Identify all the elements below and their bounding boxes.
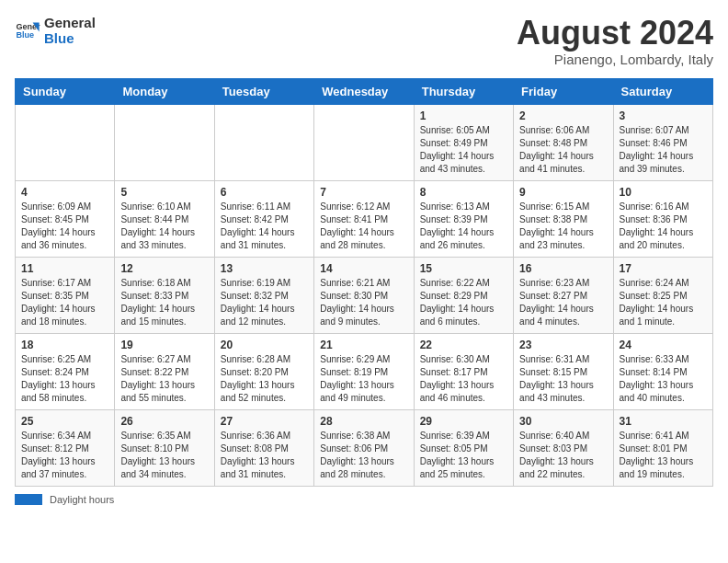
day-info: Sunrise: 6:30 AM Sunset: 8:17 PM Dayligh… [420, 353, 507, 405]
logo-icon: General Blue [15, 17, 40, 43]
logo-text-line1: General [44, 15, 96, 30]
day-number: 18 [21, 339, 108, 351]
day-info: Sunrise: 6:34 AM Sunset: 8:12 PM Dayligh… [21, 430, 108, 481]
day-number: 27 [221, 415, 308, 428]
calendar-cell: 14Sunrise: 6:21 AM Sunset: 8:30 PM Dayli… [314, 257, 414, 333]
calendar-cell: 22Sunrise: 6:30 AM Sunset: 8:17 PM Dayli… [414, 333, 513, 409]
day-number: 8 [420, 186, 507, 199]
day-info: Sunrise: 6:18 AM Sunset: 8:33 PM Dayligh… [120, 277, 208, 328]
month-year-title: August 2024 [517, 15, 713, 52]
day-number: 24 [620, 339, 707, 351]
day-number: 15 [420, 262, 507, 275]
day-number: 13 [221, 262, 308, 275]
calendar-cell: 11Sunrise: 6:17 AM Sunset: 8:35 PM Dayli… [16, 257, 115, 333]
calendar-cell: 2Sunrise: 6:06 AM Sunset: 8:48 PM Daylig… [514, 104, 613, 180]
calendar-cell: 4Sunrise: 6:09 AM Sunset: 8:45 PM Daylig… [16, 180, 115, 257]
calendar-cell: 17Sunrise: 6:24 AM Sunset: 8:25 PM Dayli… [613, 257, 712, 333]
day-number: 30 [519, 415, 607, 428]
calendar-table: SundayMondayTuesdayWednesdayThursdayFrid… [15, 78, 713, 487]
calendar-cell: 7Sunrise: 6:12 AM Sunset: 8:41 PM Daylig… [314, 180, 414, 257]
day-info: Sunrise: 6:06 AM Sunset: 8:48 PM Dayligh… [519, 124, 607, 176]
day-header-wednesday: Wednesday [314, 78, 414, 104]
logo: General Blue General Blue [15, 15, 96, 46]
calendar-cell: 15Sunrise: 6:22 AM Sunset: 8:29 PM Dayli… [414, 257, 513, 333]
calendar-cell: 12Sunrise: 6:18 AM Sunset: 8:33 PM Dayli… [115, 257, 214, 333]
calendar-cell [214, 104, 313, 180]
day-info: Sunrise: 6:39 AM Sunset: 8:05 PM Dayligh… [420, 430, 507, 481]
calendar-header-row: SundayMondayTuesdayWednesdayThursdayFrid… [16, 78, 713, 104]
calendar-cell: 6Sunrise: 6:11 AM Sunset: 8:42 PM Daylig… [214, 180, 313, 257]
day-info: Sunrise: 6:27 AM Sunset: 8:22 PM Dayligh… [120, 353, 208, 405]
day-info: Sunrise: 6:19 AM Sunset: 8:32 PM Dayligh… [221, 277, 308, 328]
day-header-tuesday: Tuesday [214, 78, 313, 104]
day-number: 31 [620, 415, 707, 428]
day-number: 3 [620, 109, 707, 122]
day-header-thursday: Thursday [414, 78, 513, 104]
calendar-cell [115, 104, 214, 180]
day-number: 14 [320, 262, 407, 275]
day-header-friday: Friday [514, 78, 613, 104]
day-number: 10 [620, 186, 707, 199]
legend-color-box [15, 494, 42, 505]
day-number: 16 [519, 262, 607, 275]
day-info: Sunrise: 6:22 AM Sunset: 8:29 PM Dayligh… [420, 277, 507, 328]
calendar-cell [314, 104, 414, 180]
calendar-cell: 18Sunrise: 6:25 AM Sunset: 8:24 PM Dayli… [16, 333, 115, 409]
day-number: 20 [221, 339, 308, 351]
day-info: Sunrise: 6:38 AM Sunset: 8:06 PM Dayligh… [320, 430, 407, 481]
day-number: 1 [420, 109, 507, 122]
day-header-sunday: Sunday [16, 78, 115, 104]
calendar-cell: 9Sunrise: 6:15 AM Sunset: 8:38 PM Daylig… [514, 180, 613, 257]
day-number: 4 [21, 186, 108, 199]
day-info: Sunrise: 6:21 AM Sunset: 8:30 PM Dayligh… [320, 277, 407, 328]
calendar-cell: 3Sunrise: 6:07 AM Sunset: 8:46 PM Daylig… [613, 104, 712, 180]
day-info: Sunrise: 6:24 AM Sunset: 8:25 PM Dayligh… [620, 277, 707, 328]
calendar-cell: 19Sunrise: 6:27 AM Sunset: 8:22 PM Dayli… [115, 333, 214, 409]
day-number: 11 [21, 262, 108, 275]
calendar-cell: 24Sunrise: 6:33 AM Sunset: 8:14 PM Dayli… [613, 333, 712, 409]
calendar-cell: 26Sunrise: 6:35 AM Sunset: 8:10 PM Dayli… [115, 409, 214, 486]
day-number: 7 [320, 186, 407, 199]
calendar-cell: 16Sunrise: 6:23 AM Sunset: 8:27 PM Dayli… [514, 257, 613, 333]
day-info: Sunrise: 6:17 AM Sunset: 8:35 PM Dayligh… [21, 277, 108, 328]
day-number: 9 [519, 186, 607, 199]
day-info: Sunrise: 6:13 AM Sunset: 8:39 PM Dayligh… [420, 201, 507, 252]
calendar-cell: 10Sunrise: 6:16 AM Sunset: 8:36 PM Dayli… [613, 180, 712, 257]
day-info: Sunrise: 6:10 AM Sunset: 8:44 PM Dayligh… [120, 201, 208, 252]
day-number: 25 [21, 415, 108, 428]
day-info: Sunrise: 6:05 AM Sunset: 8:49 PM Dayligh… [420, 124, 507, 176]
calendar-cell: 23Sunrise: 6:31 AM Sunset: 8:15 PM Dayli… [514, 333, 613, 409]
day-number: 29 [420, 415, 507, 428]
day-info: Sunrise: 6:11 AM Sunset: 8:42 PM Dayligh… [221, 201, 308, 252]
header: General Blue General Blue August 2024 Pi… [15, 15, 713, 67]
calendar-cell: 30Sunrise: 6:40 AM Sunset: 8:03 PM Dayli… [514, 409, 613, 486]
day-info: Sunrise: 6:35 AM Sunset: 8:10 PM Dayligh… [120, 430, 208, 481]
footer-legend: Daylight hours [15, 494, 713, 505]
calendar-week-row: 1Sunrise: 6:05 AM Sunset: 8:49 PM Daylig… [16, 104, 713, 180]
day-number: 21 [320, 339, 407, 351]
day-info: Sunrise: 6:23 AM Sunset: 8:27 PM Dayligh… [519, 277, 607, 328]
day-number: 26 [120, 415, 208, 428]
location-subtitle: Pianengo, Lombardy, Italy [517, 52, 713, 67]
calendar-cell: 31Sunrise: 6:41 AM Sunset: 8:01 PM Dayli… [613, 409, 712, 486]
calendar-cell: 8Sunrise: 6:13 AM Sunset: 8:39 PM Daylig… [414, 180, 513, 257]
calendar-cell: 13Sunrise: 6:19 AM Sunset: 8:32 PM Dayli… [214, 257, 313, 333]
calendar-cell: 5Sunrise: 6:10 AM Sunset: 8:44 PM Daylig… [115, 180, 214, 257]
day-number: 22 [420, 339, 507, 351]
day-info: Sunrise: 6:41 AM Sunset: 8:01 PM Dayligh… [620, 430, 707, 481]
calendar-cell: 25Sunrise: 6:34 AM Sunset: 8:12 PM Dayli… [16, 409, 115, 486]
day-info: Sunrise: 6:25 AM Sunset: 8:24 PM Dayligh… [21, 353, 108, 405]
day-number: 28 [320, 415, 407, 428]
day-number: 12 [120, 262, 208, 275]
day-number: 6 [221, 186, 308, 199]
calendar-cell: 27Sunrise: 6:36 AM Sunset: 8:08 PM Dayli… [214, 409, 313, 486]
day-info: Sunrise: 6:29 AM Sunset: 8:19 PM Dayligh… [320, 353, 407, 405]
day-info: Sunrise: 6:16 AM Sunset: 8:36 PM Dayligh… [620, 201, 707, 252]
calendar-cell: 28Sunrise: 6:38 AM Sunset: 8:06 PM Dayli… [314, 409, 414, 486]
day-info: Sunrise: 6:07 AM Sunset: 8:46 PM Dayligh… [620, 124, 707, 176]
calendar-week-row: 11Sunrise: 6:17 AM Sunset: 8:35 PM Dayli… [16, 257, 713, 333]
logo-text-line2: Blue [44, 30, 96, 46]
day-info: Sunrise: 6:36 AM Sunset: 8:08 PM Dayligh… [221, 430, 308, 481]
day-number: 17 [620, 262, 707, 275]
day-info: Sunrise: 6:15 AM Sunset: 8:38 PM Dayligh… [519, 201, 607, 252]
